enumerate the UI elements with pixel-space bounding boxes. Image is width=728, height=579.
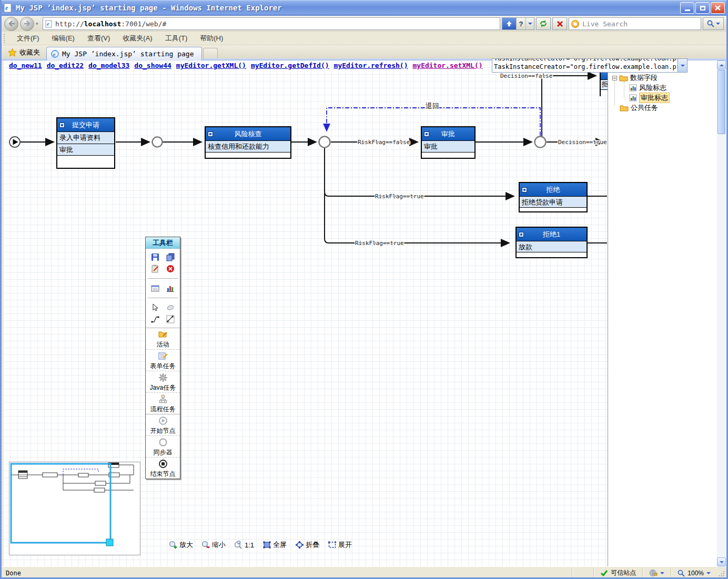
save-button[interactable]: [150, 252, 160, 262]
node-reject[interactable]: 拒绝 拒绝贷款申请: [519, 182, 588, 212]
chart-button[interactable]: [166, 283, 175, 293]
resize-grip[interactable]: [717, 569, 725, 577]
address-bar[interactable]: e http://localhost:7001/web/#: [43, 17, 500, 30]
node-clipped-right[interactable]: 拒绝: [600, 72, 608, 96]
link-getxml[interactable]: myEditor.getXML(): [176, 62, 246, 69]
palette-item-label: Java任务: [150, 383, 176, 392]
protected-mode-button[interactable]: [643, 567, 671, 579]
vertical-scrollbar[interactable]: [717, 60, 726, 566]
node-task-row[interactable]: 录入申请资料: [57, 132, 114, 144]
tab-active[interactable]: e My JSP ’index.jsp’ starting page: [46, 47, 202, 60]
node-empty-row: [517, 252, 587, 257]
search-input[interactable]: [581, 19, 699, 28]
palette-item-java-task[interactable]: Java任务: [146, 371, 180, 392]
properties-button[interactable]: [150, 283, 160, 293]
link-do-edit[interactable]: do_edit22: [47, 62, 84, 69]
favorites-button[interactable]: 收藏夹: [5, 46, 46, 60]
node-approve[interactable]: 审批 审批: [421, 126, 476, 159]
page-zoom-button[interactable]: 100%: [671, 567, 717, 579]
node-collapse-icon[interactable]: [424, 131, 429, 137]
node-submit-application[interactable]: 提交申请 录入申请资料 审批: [56, 117, 115, 169]
link-do-model[interactable]: do_model33: [88, 62, 129, 69]
palette-item-synchronizer[interactable]: 同步器: [146, 435, 180, 457]
link-setxml[interactable]: myEditor.setXML(): [412, 62, 482, 69]
address-dropdown-button[interactable]: [525, 18, 534, 29]
scroll-down-button[interactable]: [717, 557, 726, 566]
palette-item-end-node[interactable]: 结束节点: [146, 457, 180, 479]
node-task-row[interactable]: 审批: [57, 144, 114, 156]
edge-riskflag-true-2[interactable]: [325, 193, 509, 243]
line-tool-button[interactable]: [166, 314, 175, 324]
tree-collapse-icon[interactable]: [612, 76, 617, 80]
forward-button[interactable]: [20, 17, 34, 31]
tree-item-public-tasks[interactable]: 公共任务: [620, 103, 658, 113]
menu-view[interactable]: 查看(V): [81, 32, 116, 45]
zoom-reset-button[interactable]: 1 1:1: [234, 541, 254, 550]
task-attribute-combobox[interactable]: TaskInstanceCreator="org.fireflow.exampl…: [492, 58, 687, 73]
palette-item-process-task[interactable]: 流程任务: [146, 392, 180, 414]
edge-riskflag-true-1[interactable]: [325, 148, 514, 196]
refresh-button[interactable]: [536, 17, 551, 30]
menu-tools[interactable]: 工具(T): [159, 32, 194, 45]
tree-item-approve-flag[interactable]: 审批标志: [629, 93, 670, 103]
select-tool-button[interactable]: [150, 303, 160, 312]
collapse-button[interactable]: 折叠: [295, 540, 319, 550]
node-reject1[interactable]: 拒绝1 放款: [515, 227, 588, 258]
link-getdefid[interactable]: myEditor.getDefId(): [251, 62, 329, 69]
minimap-resize-handle[interactable]: [106, 539, 113, 546]
link-refresh[interactable]: myEditor.refresh(): [334, 62, 408, 69]
synchronizer-1[interactable]: [153, 137, 163, 147]
tree-item-data-fields[interactable]: 数据字段: [612, 73, 658, 83]
scroll-up-button[interactable]: [717, 60, 726, 69]
palette-item-start-node[interactable]: 开始节点: [146, 414, 180, 435]
node-task-row[interactable]: 拒绝贷款申请: [520, 197, 587, 208]
node-collapse-icon[interactable]: [59, 123, 65, 128]
palette-item-form-task[interactable]: 表单任务: [146, 349, 180, 371]
menu-favorites[interactable]: 收藏夹(A): [116, 32, 158, 45]
tree-item-risk-flag[interactable]: 风险标志: [629, 83, 666, 93]
menu-edit[interactable]: 编辑(E): [46, 32, 81, 45]
synchronizer-3[interactable]: [535, 137, 546, 148]
node-collapse-icon[interactable]: [522, 187, 527, 192]
copy-button[interactable]: [166, 252, 175, 262]
expand-button[interactable]: 展开: [328, 540, 352, 550]
close-button[interactable]: [711, 2, 725, 14]
back-button[interactable]: [4, 17, 18, 31]
search-go-button[interactable]: [703, 17, 724, 30]
palette-item-activity[interactable]: 活动: [146, 328, 180, 349]
fullscreen-button[interactable]: 全屏: [262, 540, 287, 550]
node-collapse-icon[interactable]: [519, 232, 524, 237]
maximize-button[interactable]: [695, 2, 710, 14]
link-do-show[interactable]: do_show44: [134, 62, 171, 69]
overview-minimap[interactable]: [9, 462, 140, 555]
clipboard-check-icon: [151, 265, 159, 273]
menu-file[interactable]: 文件(F): [11, 32, 46, 45]
node-collapse-icon[interactable]: [208, 131, 213, 137]
scrollbar-thumb[interactable]: [717, 70, 725, 134]
eraser-tool-button[interactable]: [166, 303, 175, 312]
menu-help[interactable]: 帮助(H): [194, 32, 229, 45]
edge-decision-false[interactable]: [542, 76, 596, 137]
stop-button[interactable]: [552, 17, 567, 30]
synchronizer-2[interactable]: [319, 137, 330, 148]
link-do-new[interactable]: do_new11: [9, 62, 42, 69]
help-button[interactable]: ?: [516, 18, 525, 29]
maximize-icon: [700, 6, 705, 11]
validate-button[interactable]: [150, 264, 160, 273]
node-risk-check[interactable]: 风险核查 核查信用和还款能力: [205, 126, 291, 159]
attribute-dropdown-button[interactable]: [678, 59, 687, 72]
node-task-row[interactable]: 核查信用和还款能力: [206, 141, 290, 153]
zoom-out-button[interactable]: 缩小: [201, 540, 226, 550]
new-tab-stub[interactable]: [203, 48, 218, 60]
compatibility-view-button[interactable]: [502, 18, 516, 29]
minimize-button[interactable]: [680, 2, 694, 14]
synchronizer-icon: [158, 438, 168, 447]
node-task-row[interactable]: 放款: [517, 241, 587, 252]
forward-icon: [24, 21, 31, 27]
zoom-in-button[interactable]: 放大: [169, 540, 193, 550]
node-task-row[interactable]: 审批: [422, 141, 474, 153]
recent-pages-dropdown[interactable]: ▾: [36, 21, 41, 26]
delete-button[interactable]: [166, 264, 175, 273]
security-zone-indicator[interactable]: 可信站点: [594, 567, 642, 579]
polyline-tool-button[interactable]: [150, 314, 160, 324]
